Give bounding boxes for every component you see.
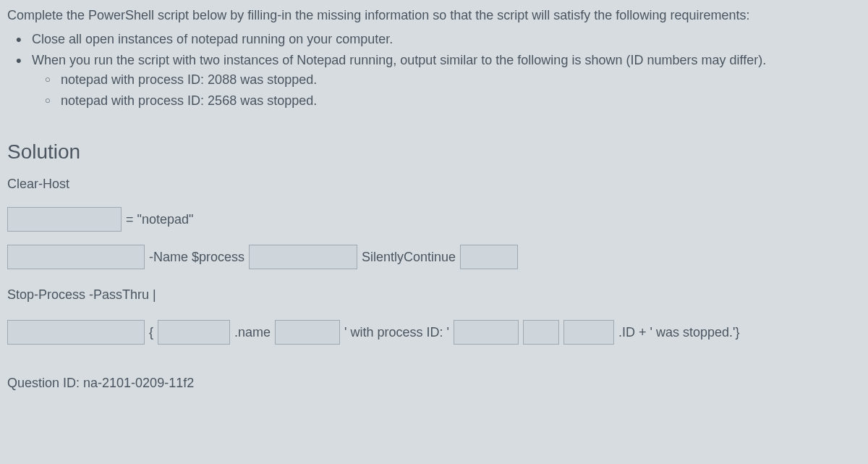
blank-input[interactable] [275, 320, 340, 345]
clear-host-line: Clear-Host [7, 174, 861, 194]
code-fragment: .ID + ' was stopped.'} [618, 320, 739, 345]
code-fragment: -Name $process [149, 245, 244, 269]
blank-input[interactable] [523, 320, 559, 345]
code-fragment: SilentlyContinue [362, 245, 456, 269]
blank-input[interactable] [563, 320, 614, 345]
requirement-text: When you run the script with two instanc… [32, 53, 766, 67]
blank-input[interactable] [7, 207, 122, 232]
script-line-3: Stop-Process -PassThru | [7, 282, 861, 307]
code-fragment: = "notepad" [126, 207, 193, 232]
solution-heading: Solution [7, 137, 861, 167]
code-fragment: .name [234, 320, 271, 345]
sub-requirement-item: notepad with process ID: 2568 was stoppe… [48, 91, 861, 111]
code-fragment: { [149, 320, 153, 345]
question-id: Question ID: na-2101-0209-11f2 [7, 374, 861, 393]
script-line-2: -Name $process SilentlyContinue [7, 245, 861, 269]
blank-input[interactable] [460, 245, 518, 269]
requirement-item: When you run the script with two instanc… [20, 51, 861, 111]
code-fragment: ' with process ID: ' [344, 320, 449, 345]
requirement-item: Close all open instances of notepad runn… [20, 30, 861, 49]
blank-input[interactable] [454, 320, 519, 345]
script-line-1: = "notepad" [7, 207, 861, 232]
sub-requirements-list: notepad with process ID: 2088 was stoppe… [32, 70, 861, 111]
script-line-4: { .name ' with process ID: ' .ID + ' was… [7, 320, 861, 345]
blank-input[interactable] [7, 245, 145, 269]
code-fragment: Stop-Process -PassThru | [7, 282, 156, 307]
sub-requirement-item: notepad with process ID: 2088 was stoppe… [48, 70, 861, 90]
blank-input[interactable] [249, 245, 357, 269]
requirements-list: Close all open instances of notepad runn… [7, 30, 861, 111]
blank-input[interactable] [7, 320, 145, 345]
blank-input[interactable] [158, 320, 230, 345]
intro-text: Complete the PowerShell script below by … [7, 6, 861, 25]
